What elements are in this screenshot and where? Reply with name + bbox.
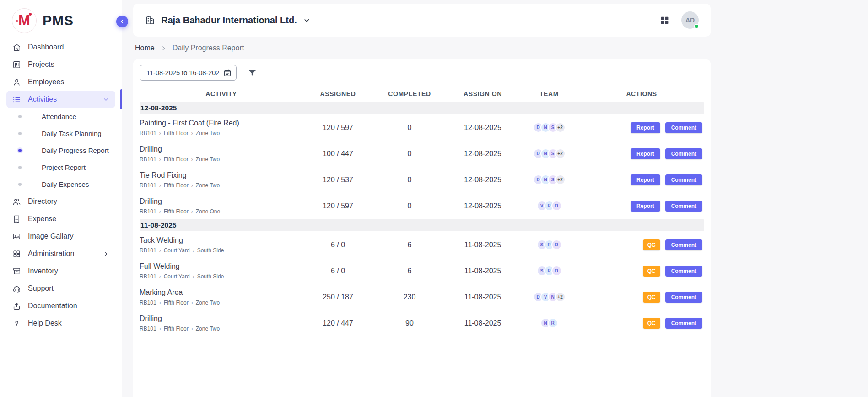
sidebar-subitem-project-report[interactable]: Project Report [0,159,122,176]
sidebar-subitem-label: Project Report [42,163,86,171]
assign-on-cell: 11-08-2025 [446,293,519,301]
comment-button[interactable]: Comment [665,122,702,133]
report-button[interactable]: Report [631,122,660,133]
activity-path-part: RB101 [140,208,156,215]
team-extra-badge[interactable]: +2 [555,148,566,159]
column-header-team: TEAM [519,90,579,98]
sidebar-item-label: Documentation [28,302,77,310]
sidebar-subitem-daily-expenses[interactable]: Daily Expenses [0,176,122,193]
qc-button[interactable]: QC [643,318,660,329]
chevron-right-icon: › [191,300,193,305]
comment-button[interactable]: Comment [665,174,702,185]
sidebar-subitem-daily-progress-report[interactable]: Daily Progress Report [0,142,122,159]
filter-funnel-icon[interactable] [248,68,257,78]
sidebar-item-label: Projects [28,60,54,69]
completed-cell: 90 [373,319,446,327]
team-extra-badge[interactable]: +2 [555,122,566,133]
sidebar-item-label: Dashboard [28,43,64,51]
activity-path-part: Zone Two [196,326,220,332]
comment-button[interactable]: Comment [665,318,702,329]
sidebar-item-label: Employees [28,78,64,86]
sidebar-item-image-gallary[interactable]: Image Gallary [6,228,115,245]
company-selector[interactable]: Raja Bahadur International Ltd. [145,15,311,26]
expense-icon [12,215,21,223]
activity-cell: Painting - First Coat (Fire Red)RB101›Fi… [140,119,303,136]
activity-path-part: South Side [197,247,224,254]
chevron-right-icon: › [159,131,161,136]
chevron-right-icon [102,250,109,257]
date-range-value[interactable] [146,69,220,77]
assigned-cell: 6 / 0 [303,241,373,249]
activity-path-part: RB101 [140,182,156,189]
comment-button[interactable]: Comment [665,201,702,212]
table-row: Marking AreaRB101›Fifth Floor›Zone Two25… [140,284,704,310]
activities-icon [12,95,21,104]
chevron-right-icon: › [159,183,161,188]
sidebar-subitem-label: Daily Expenses [42,180,89,188]
sidebar-item-employees[interactable]: Employees [6,73,115,91]
user-menu[interactable]: AD [681,11,699,29]
activity-cell: Full WeldingRB101›Court Yard›South Side [140,262,303,280]
report-button[interactable]: Report [631,201,660,212]
sidebar-item-documentation[interactable]: Documentation [6,297,115,315]
qc-button[interactable]: QC [643,266,660,277]
qc-button[interactable]: QC [643,292,660,303]
helpdesk-icon [12,319,21,328]
activity-name: Tack Welding [140,236,303,245]
assign-on-cell: 11-08-2025 [446,241,519,249]
chevron-right-icon: › [191,131,193,136]
sidebar-item-activities[interactable]: Activities [6,91,115,108]
activity-path-part: Zone Two [196,156,220,163]
app-logo[interactable]: M PMS [0,0,122,38]
sidebar-subitem-attendance[interactable]: Attendance [0,108,122,125]
sidebar-item-projects[interactable]: Projects [6,56,115,73]
sidebar-item-administration[interactable]: Administration [6,245,115,262]
qc-button[interactable]: QC [643,239,660,250]
sidebar-collapse-button[interactable] [116,16,128,27]
sidebar-item-help-desk[interactable]: Help Desk [6,315,115,332]
chevron-right-icon: › [193,274,194,279]
activity-path-part: South Side [197,273,224,280]
breadcrumb-home[interactable]: Home [135,44,155,52]
comment-button[interactable]: Comment [665,292,702,303]
comment-button[interactable]: Comment [665,148,702,159]
activity-path: RB101›Fifth Floor›Zone Two [140,156,303,163]
actions-cell: ReportComment [579,201,704,212]
topbar-right: AD [660,11,699,29]
activity-cell: Tie Rod FixingRB101›Fifth Floor›Zone Two [140,171,303,189]
assigned-cell: 120 / 537 [303,176,373,184]
app-name: PMS [43,13,74,28]
home-icon [12,43,21,52]
activity-path: RB101›Court Yard›South Side [140,247,303,254]
building-icon [145,15,155,25]
apps-grid-icon[interactable] [660,16,669,25]
sidebar-item-label: Support [28,284,54,293]
report-button[interactable]: Report [631,174,660,185]
sidebar-subitem-daily-task-planning[interactable]: Daily Task Planning [0,125,122,142]
completed-cell: 230 [373,293,446,301]
calendar-icon[interactable] [223,69,232,77]
comment-button[interactable]: Comment [665,239,702,250]
documentation-icon [12,302,21,310]
comment-button[interactable]: Comment [665,266,702,277]
team-extra-badge[interactable]: +2 [555,292,566,302]
team-cell: DNS+2 [519,174,579,185]
activity-name: Full Welding [140,262,303,271]
sidebar-item-dashboard[interactable]: Dashboard [6,38,115,56]
assign-on-cell: 12-08-2025 [446,202,519,210]
assign-on-cell: 11-08-2025 [446,267,519,275]
projects-icon [12,60,21,69]
team-extra-badge[interactable]: +2 [555,174,566,185]
sidebar-item-label: Inventory [28,267,58,275]
activity-path-part: Court Yard [164,273,190,280]
sidebar-item-inventory[interactable]: Inventory [6,262,115,280]
table-row: Tack WeldingRB101›Court Yard›South Side6… [140,232,704,258]
sidebar-item-directory[interactable]: Directory [6,193,115,210]
report-button[interactable]: Report [631,148,660,159]
date-range-input[interactable] [140,65,237,81]
assigned-cell: 120 / 447 [303,319,373,327]
sidebar-item-expense[interactable]: Expense [6,210,115,228]
group-date: 11-08-2025 [140,221,176,229]
completed-cell: 0 [373,124,446,132]
sidebar-item-support[interactable]: Support [6,280,115,297]
